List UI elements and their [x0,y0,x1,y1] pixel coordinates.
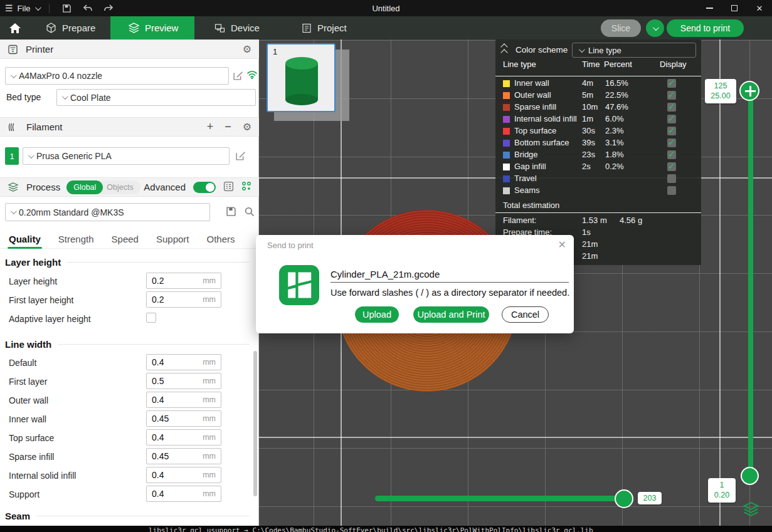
layer-range-slider-track[interactable] [748,91,753,477]
send-options-button[interactable] [646,19,664,37]
home-button[interactable] [9,16,21,39]
adaptive-layer-height-checkbox[interactable] [146,313,156,323]
undo-icon[interactable] [80,2,96,14]
remove-filament-button[interactable]: − [225,120,231,133]
param-row: Support mm [0,486,259,504]
view-mode-select[interactable]: Line type [572,43,696,58]
file-menu[interactable]: File [18,4,31,13]
tab-device[interactable]: Device [214,16,260,39]
display-checkbox[interactable] [667,115,676,123]
status-bar: libslic3r_gcl_usupport → C:\Codes\BambuS… [0,526,772,532]
param-row: Internal solid infill mm [0,467,259,486]
display-checkbox[interactable] [667,162,676,171]
minimize-button[interactable] [697,0,722,16]
display-checkbox[interactable] [667,103,676,112]
line-type-color-swatch [503,116,510,123]
save-icon[interactable] [59,2,75,14]
objects-filter-icon[interactable] [241,181,251,193]
top-surface-line-width-input[interactable]: mm [146,429,221,446]
param-row: Sparse infill mm [0,448,259,467]
param-row: Inner wall mm [0,410,259,429]
seam-section-title: Seam [5,511,250,521]
edit-filament-icon[interactable] [235,150,246,161]
display-checkbox[interactable] [667,79,676,88]
tab-others[interactable]: Others [207,234,235,244]
line-type-color-swatch [503,152,510,159]
printer-preset-select[interactable]: A4MaxPro 0.4 nozzle [5,67,229,85]
edit-printer-icon[interactable] [233,70,243,81]
advanced-toggle[interactable] [193,182,216,193]
legend-row: Outer wall 5m 22.5% [495,90,701,102]
outer-wall-line-width-input[interactable]: mm [146,392,221,408]
process-preset-select[interactable]: 0.20mm Standard @MK3S [5,203,210,221]
tab-quality[interactable]: Quality [9,234,41,244]
printer-icon [8,44,18,55]
filament-icon [8,122,19,132]
display-checkbox[interactable] [667,91,676,100]
tab-speed[interactable]: Speed [112,234,139,244]
tab-preview[interactable]: Preview [110,16,194,39]
slice-button[interactable]: Slice [601,19,641,37]
default-line-width-input[interactable]: mm [146,354,221,370]
upload-button[interactable]: Upload [355,306,399,323]
advanced-label: Advanced [144,182,186,192]
legend-row: Travel [495,174,701,185]
dialog-close-icon[interactable]: ✕ [558,239,566,251]
first-layer-height-input[interactable]: mm [146,291,221,308]
redo-icon[interactable] [100,2,117,14]
process-icon [8,182,19,192]
search-icon[interactable] [244,206,255,217]
tab-project[interactable]: Project [302,16,347,39]
legend-row: Bottom surface 39s 3.1% [495,138,701,150]
tab-prepare[interactable]: Prepare [46,16,95,39]
plate-thumbnail[interactable]: 1 [267,43,336,112]
tab-strength[interactable]: Strength [58,234,94,244]
bed-type-select[interactable]: Cool Plate [56,89,256,106]
display-checkbox[interactable] [667,127,676,135]
save-preset-icon[interactable] [226,206,236,217]
layers-icon[interactable] [743,502,759,519]
cancel-button[interactable]: Cancel [502,306,549,323]
close-button[interactable]: ✕ [747,0,772,16]
filament-settings-icon[interactable]: ⚙ [243,121,251,133]
settings-sidebar: Printer ⚙ A4MaxPro 0.4 nozzle Bed type C… [0,39,259,526]
scope-global[interactable]: Global [66,180,103,194]
console-text: libslic3r_gcl_usupport → C:\Codes\BambuS… [149,526,593,532]
chevron-down-icon [62,93,68,100]
layer-slider-bottom-handle[interactable] [741,467,759,485]
menu-icon[interactable]: ☰ [5,3,13,13]
sparse-infill-line-width-input[interactable]: mm [146,448,221,464]
display-checkbox[interactable] [667,138,676,147]
support-line-width-input[interactable]: mm [146,486,221,502]
filename-input[interactable] [330,266,569,283]
scope-objects[interactable]: Objects [103,183,140,192]
first-layer-line-width-input[interactable]: mm [146,373,221,389]
chevron-down-icon [11,208,17,214]
sidebar-scrollbar[interactable] [253,351,257,496]
collapse-panel-icon[interactable] [502,44,507,55]
inner-wall-line-width-input[interactable]: mm [146,410,221,427]
wifi-connected-icon[interactable] [246,70,258,80]
tab-support[interactable]: Support [156,234,189,244]
parameter-table-icon[interactable] [223,181,234,194]
chevron-down-icon[interactable] [34,4,41,11]
filament-slot-badge[interactable]: 1 [5,147,19,165]
display-checkbox[interactable] [667,186,676,195]
upload-and-print-button[interactable]: Upload and Print [413,306,489,323]
scope-toggle[interactable]: Global Objects [66,180,140,194]
display-checkbox[interactable] [667,174,676,183]
internal-solid-infill-line-width-input[interactable]: mm [146,467,221,483]
filament-preset-select[interactable]: Prusa Generic PLA [23,147,230,165]
add-filament-button[interactable]: + [207,120,214,133]
maximize-button[interactable] [722,0,747,16]
printer-settings-icon[interactable]: ⚙ [243,43,251,55]
layer-height-params: Layer height mm First layer height mm Ad… [0,273,259,329]
legend-row: Gap infill 2s 0.2% [495,162,701,174]
move-slider-track[interactable] [375,496,624,501]
move-slider-handle[interactable] [615,489,633,508]
send-to-print-button[interactable]: Send to print [667,19,744,37]
layer-height-input[interactable]: mm [146,273,221,289]
display-checkbox[interactable] [667,150,676,159]
line-width-params: Default mm First layer mm Outer wall mm … [0,354,259,504]
layer-slider-top-handle[interactable] [739,81,759,101]
